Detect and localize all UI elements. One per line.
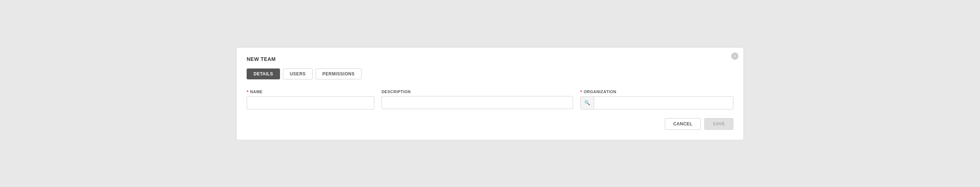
- footer-row: CANCEL SAVE: [247, 118, 733, 130]
- description-label: DESCRIPTION: [382, 90, 573, 94]
- modal-title: NEW TEAM: [247, 56, 733, 62]
- cancel-button[interactable]: CANCEL: [665, 118, 701, 130]
- organization-search-icon: 🔍: [581, 97, 594, 109]
- organization-input-wrapper: 🔍: [580, 97, 733, 109]
- tab-bar: DETAILS USERS PERMISSIONS: [247, 68, 733, 79]
- name-required-star: *: [247, 90, 249, 94]
- organization-label: * ORGANIZATION: [580, 90, 733, 94]
- tab-users[interactable]: USERS: [283, 68, 313, 79]
- tab-permissions[interactable]: PERMISSIONS: [315, 68, 362, 79]
- close-button[interactable]: ×: [731, 52, 738, 60]
- name-field-group: * NAME: [247, 90, 374, 109]
- description-input[interactable]: [382, 96, 573, 109]
- organization-field-group: * ORGANIZATION 🔍: [580, 90, 733, 109]
- tab-details[interactable]: DETAILS: [247, 68, 280, 79]
- description-field-group: DESCRIPTION: [382, 90, 573, 109]
- save-button[interactable]: SAVE: [704, 118, 733, 130]
- organization-required-star: *: [580, 90, 582, 94]
- organization-input[interactable]: [594, 97, 733, 109]
- name-label: * NAME: [247, 90, 374, 94]
- new-team-modal: × NEW TEAM DETAILS USERS PERMISSIONS * N…: [236, 47, 744, 140]
- name-input[interactable]: [247, 97, 374, 109]
- form-row: * NAME DESCRIPTION * ORGANIZATION 🔍: [247, 90, 733, 109]
